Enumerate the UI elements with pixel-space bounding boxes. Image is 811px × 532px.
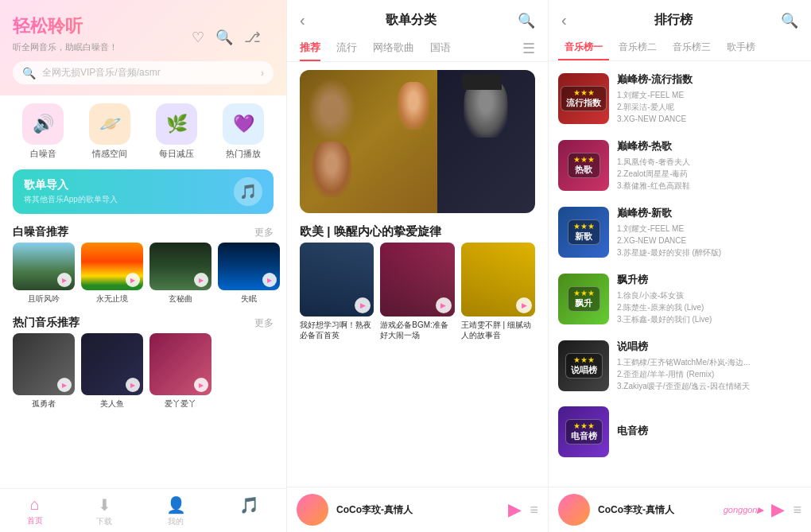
bottom-nav: ⌂ 首页 ⬇ 下载 👤 我的 🎵 — [0, 488, 286, 532]
rp-play-button[interactable]: ▶ — [771, 499, 785, 520]
tab-yinyue3[interactable]: 音乐榜三 — [666, 36, 717, 60]
pl-item-1[interactable]: ▶ 游戏必备BGM:准备好大闹一场 — [380, 243, 454, 340]
mid-search-button[interactable]: 🔍 — [518, 12, 535, 29]
player-thumb — [297, 494, 328, 526]
tab-yinyue1[interactable]: 音乐榜一 — [558, 36, 609, 60]
mid-tab-more-icon[interactable]: ☰ — [522, 40, 535, 57]
noise-item-0[interactable]: ▶ 且听风吟 — [13, 243, 75, 305]
chart-badge-0: ★★★ 流行指数 — [558, 73, 609, 124]
tab-geshou[interactable]: 歌手榜 — [720, 36, 762, 60]
music-item-0[interactable]: ▶ 孤勇者 — [13, 333, 75, 410]
search-bar-arrow: › — [261, 68, 264, 79]
pl-thumb-0: ▶ — [300, 243, 374, 316]
noise-thumb-2: ▶ — [149, 243, 211, 290]
hero-right — [437, 70, 535, 213]
import-banner[interactable]: 歌单导入 将其他音乐App的歌单导入 🎵 — [13, 169, 274, 214]
search-bar-icon: 🔍 — [22, 67, 36, 80]
cat-meirizhi[interactable]: 🌿 每日减压 — [146, 103, 207, 160]
chart-item-3[interactable]: ★★★ 飘升 飘升榜 1.徐良/小凌-坏女孩 2.陈楚生-原来的我 (Live)… — [558, 268, 801, 330]
share-icon[interactable]: ⎇ — [244, 29, 261, 46]
mid-title: 歌单分类 — [305, 12, 518, 29]
music-thumbnail-row: ▶ 孤勇者 ▶ 美人鱼 ▶ 爱丫爱丫 — [0, 333, 286, 416]
download-icon: ⬇ — [98, 495, 111, 515]
mid-hero[interactable] — [300, 70, 535, 213]
tab-yinyue2[interactable]: 音乐榜二 — [612, 36, 663, 60]
header-icons: ♡ 🔍 ⎇ — [192, 29, 261, 46]
nav-home[interactable]: ⌂ 首页 — [27, 495, 43, 527]
chart-item-2[interactable]: ★★★ 新歌 巅峰榜-新歌 1.刘耀文-FEEL ME 2.XG-NEW DAN… — [558, 201, 801, 263]
import-banner-text: 歌单导入 将其他音乐App的歌单导入 — [24, 178, 118, 205]
noise-play-3[interactable]: ▶ — [262, 273, 277, 287]
chart-tracks-3: 1.徐良/小凌-坏女孩 2.陈楚生-原来的我 (Live) 3.王栎鑫-最好的我… — [617, 289, 801, 325]
cat-icon-qinggan: 🪐 — [89, 103, 130, 145]
rp-list-button[interactable]: ≡ — [793, 502, 801, 518]
chart-tracks-0: 1.刘耀文-FEEL ME 2.郭采洁-爱人呢 3.XG-NEW DANCE — [617, 89, 801, 125]
badge-inner-5: ★★★ 电音榜 — [565, 419, 603, 445]
noise-play-2[interactable]: ▶ — [194, 273, 208, 287]
home-icon: ⌂ — [30, 495, 40, 514]
tab-wangyue[interactable]: 网络歌曲 — [373, 36, 414, 61]
nav-profile[interactable]: 👤 我的 — [166, 495, 186, 527]
import-text-main: 歌单导入 — [24, 178, 118, 192]
import-btn-icon[interactable]: 🎵 — [234, 177, 262, 206]
nav-music[interactable]: 🎵 — [239, 495, 259, 527]
chart-badge-5: ★★★ 电音榜 — [558, 406, 609, 457]
player-play-button[interactable]: ▶ — [508, 499, 522, 520]
noise-thumb-0: ▶ — [13, 243, 75, 290]
nav-home-label: 首页 — [27, 515, 43, 526]
noise-thumbnail-row: ▶ 且听风吟 ▶ 永无止境 ▶ 玄秘曲 ▶ 失眠 — [0, 243, 286, 311]
chart-info-4: 说唱榜 1.王鹤棣/王齐铭WatchMe/朴岚-海边... 2.歪歪超/羊羊-用… — [617, 340, 801, 392]
noise-section-more[interactable]: 更多 — [254, 226, 274, 239]
music-play-2[interactable]: ▶ — [194, 378, 208, 392]
pl-label-1: 游戏必备BGM:准备好大闹一场 — [380, 320, 454, 340]
badge-text-0: 流行指数 — [566, 97, 601, 109]
chart-item-5[interactable]: ★★★ 电音榜 电音榜 — [558, 402, 801, 462]
pl-item-2[interactable]: ▶ 王靖雯不胖 | 细腻动人的故事音 — [461, 243, 535, 340]
cat-remen[interactable]: 💜 热门播放 — [213, 103, 274, 160]
badge-text-3: 飘升 — [573, 297, 595, 309]
search-icon[interactable]: 🔍 — [215, 29, 233, 46]
music-item-2[interactable]: ▶ 爱丫爱丫 — [149, 333, 211, 410]
noise-item-3[interactable]: ▶ 失眠 — [218, 243, 280, 305]
chart-item-1[interactable]: ★★★ 热歌 巅峰榜-热歌 1.凤凰传奇-奢香夫人 2.Zealot周星星-毒药… — [558, 134, 801, 196]
chart-info-5: 电音榜 — [617, 424, 801, 441]
right-search-button[interactable]: 🔍 — [781, 12, 798, 29]
hero-left — [300, 70, 437, 213]
pl-play-1[interactable]: ▶ — [436, 297, 452, 313]
chart-title-2: 巅峰榜-新歌 — [617, 206, 801, 220]
tab-tuijian[interactable]: 推荐 — [300, 36, 320, 61]
tab-liuxing[interactable]: 流行 — [336, 36, 357, 61]
chart-item-0[interactable]: ★★★ 流行指数 巅峰榜-流行指数 1.刘耀文-FEEL ME 2.郭采洁-爱人… — [558, 68, 801, 130]
noise-item-1[interactable]: ▶ 永无止境 — [81, 243, 143, 305]
player-list-button[interactable]: ≡ — [530, 502, 538, 518]
music-play-0[interactable]: ▶ — [57, 378, 72, 392]
music-section-more[interactable]: 更多 — [254, 316, 274, 330]
noise-item-2[interactable]: ▶ 玄秘曲 — [149, 243, 211, 305]
chart-item-4[interactable]: ★★★ 说唱榜 说唱榜 1.王鹤棣/王齐铭WatchMe/朴岚-海边... 2.… — [558, 335, 801, 397]
cat-baizao[interactable]: 🔊 白噪音 — [13, 103, 73, 160]
cat-icon-baizao: 🔊 — [22, 103, 64, 145]
cat-label-qinggan: 情感空间 — [92, 148, 127, 160]
pl-item-0[interactable]: ▶ 我好想学习啊！熟夜必备百首英 — [300, 243, 374, 340]
chart-title-1: 巅峰榜-热歌 — [617, 139, 801, 153]
badge-text-1: 热歌 — [573, 164, 595, 176]
search-bar[interactable]: 🔍 全网无损VIP音乐/音频/asmr › — [13, 61, 274, 84]
nav-download[interactable]: ⬇ 下载 — [96, 495, 112, 527]
music-play-1[interactable]: ▶ — [126, 378, 140, 392]
heart-icon[interactable]: ♡ — [192, 29, 204, 46]
music-thumb-1: ▶ — [81, 333, 143, 395]
right-back-button[interactable]: ‹ — [561, 11, 567, 29]
badge-inner-0: ★★★ 流行指数 — [561, 86, 607, 111]
category-grid: 🔊 白噪音 🪐 情感空间 🌿 每日减压 💜 热门播放 — [0, 95, 286, 168]
mid-back-button[interactable]: ‹ — [300, 11, 305, 29]
right-header: ‹ 排行榜 🔍 — [549, 0, 811, 36]
badge-inner-2: ★★★ 新歌 — [568, 219, 600, 245]
noise-play-0[interactable]: ▶ — [57, 273, 72, 287]
profile-icon: 👤 — [166, 495, 186, 515]
cat-qinggan[interactable]: 🪐 情感空间 — [80, 103, 140, 160]
noise-play-1[interactable]: ▶ — [126, 273, 140, 287]
music-label-1: 美人鱼 — [81, 398, 143, 410]
noise-label-2: 玄秘曲 — [149, 293, 211, 305]
tab-guoyu[interactable]: 国语 — [430, 36, 451, 61]
music-item-1[interactable]: ▶ 美人鱼 — [81, 333, 143, 410]
